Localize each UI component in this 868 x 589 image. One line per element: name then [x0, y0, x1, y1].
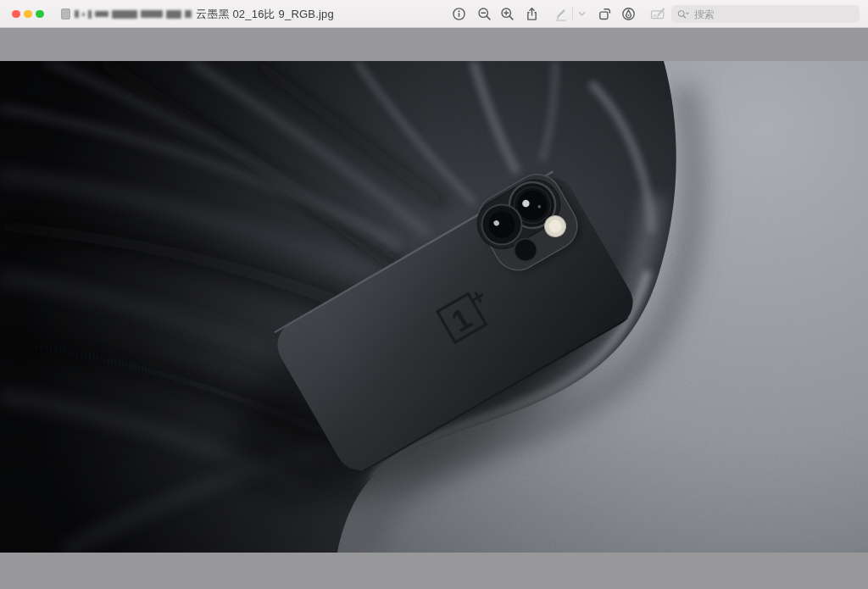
- search-field[interactable]: [671, 5, 860, 23]
- zoom-in-button[interactable]: [497, 3, 518, 25]
- search-input[interactable]: [693, 8, 854, 21]
- markup-button[interactable]: [618, 3, 639, 25]
- document-title-area: 云墨黑 02_16比 9_RGB.jpg: [61, 0, 334, 28]
- rotate-icon: [598, 7, 612, 21]
- redacted-filename: [75, 10, 192, 19]
- info-button[interactable]: [448, 3, 470, 25]
- magnifier-minus-icon: [477, 7, 492, 21]
- viewer-background: 1 +: [0, 28, 868, 588]
- document-icon[interactable]: [61, 8, 70, 19]
- minimize-button[interactable]: [24, 10, 32, 19]
- share-button[interactable]: [521, 3, 542, 25]
- titlebar: 云墨黑 02_16比 9_RGB.jpg: [0, 0, 868, 28]
- highlight-menu-button[interactable]: [575, 3, 588, 25]
- zoom-out-button[interactable]: [474, 3, 495, 25]
- zoom-window-button[interactable]: [36, 10, 44, 19]
- magnifier-plus-icon: [500, 7, 515, 21]
- toolbar-divider: [572, 7, 573, 20]
- preview-window: 云墨黑 02_16比 9_RGB.jpg: [0, 0, 868, 589]
- rotate-left-button[interactable]: [594, 3, 615, 25]
- vignette-bottom-left: [0, 61, 868, 553]
- pencil-icon: [554, 7, 568, 21]
- search-icon: [677, 9, 689, 19]
- highlight-button[interactable]: [550, 3, 571, 25]
- image-canvas[interactable]: 1 +: [0, 61, 868, 553]
- chevron-down-icon: [578, 10, 586, 18]
- sign-icon: [650, 7, 665, 21]
- window-title: 云墨黑 02_16比 9_RGB.jpg: [196, 7, 334, 22]
- close-button[interactable]: [12, 10, 20, 19]
- pen-circle-icon: [621, 7, 636, 21]
- fill-sign-button[interactable]: [647, 3, 668, 25]
- info-circle-icon: [452, 7, 466, 21]
- window-controls: [12, 0, 44, 28]
- share-icon: [525, 7, 539, 21]
